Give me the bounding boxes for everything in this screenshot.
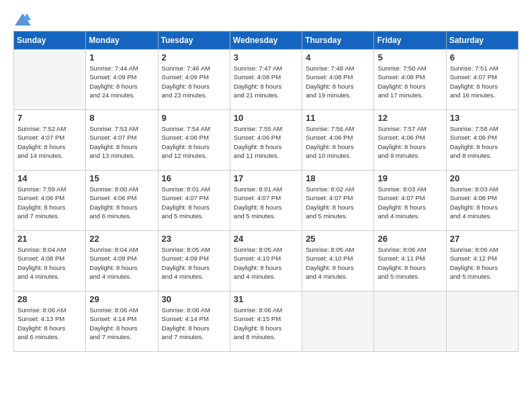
day-info: Sunrise: 8:06 AM Sunset: 4:14 PM Dayligh…	[162, 306, 226, 341]
weekday-header: Tuesday	[158, 32, 230, 50]
calendar-cell: 9Sunrise: 7:54 AM Sunset: 4:06 PM Daylig…	[158, 110, 230, 171]
weekday-header: Thursday	[302, 32, 374, 50]
calendar-week-row: 14Sunrise: 7:59 AM Sunset: 4:06 PM Dayli…	[14, 171, 519, 231]
day-info: Sunrise: 7:58 AM Sunset: 4:06 PM Dayligh…	[450, 124, 515, 160]
day-number: 19	[378, 173, 442, 183]
calendar-week-row: 21Sunrise: 8:04 AM Sunset: 4:08 PM Dayli…	[14, 231, 519, 291]
day-info: Sunrise: 7:47 AM Sunset: 4:08 PM Dayligh…	[234, 64, 298, 99]
weekday-header: Monday	[86, 32, 158, 50]
calendar-week-row: 1Sunrise: 7:44 AM Sunset: 4:09 PM Daylig…	[14, 50, 519, 110]
day-info: Sunrise: 7:53 AM Sunset: 4:07 PM Dayligh…	[89, 124, 154, 160]
calendar-cell: 24Sunrise: 8:05 AM Sunset: 4:10 PM Dayli…	[230, 231, 302, 291]
calendar-cell: 16Sunrise: 8:01 AM Sunset: 4:07 PM Dayli…	[158, 171, 230, 231]
day-number: 9	[162, 113, 226, 123]
day-number: 11	[306, 113, 370, 123]
day-info: Sunrise: 8:05 AM Sunset: 4:10 PM Dayligh…	[306, 245, 370, 281]
day-number: 15	[89, 173, 154, 183]
day-number: 22	[89, 234, 154, 244]
day-info: Sunrise: 8:06 AM Sunset: 4:13 PM Dayligh…	[17, 306, 82, 341]
day-info: Sunrise: 8:00 AM Sunset: 4:06 PM Dayligh…	[89, 185, 154, 220]
calendar-cell: 18Sunrise: 8:02 AM Sunset: 4:07 PM Dayli…	[302, 171, 374, 231]
calendar-cell: 26Sunrise: 8:06 AM Sunset: 4:11 PM Dayli…	[374, 231, 446, 291]
calendar-cell: 17Sunrise: 8:01 AM Sunset: 4:07 PM Dayli…	[230, 171, 302, 231]
calendar-cell	[14, 50, 86, 110]
calendar-cell: 31Sunrise: 8:06 AM Sunset: 4:15 PM Dayli…	[230, 291, 302, 352]
calendar-cell: 14Sunrise: 7:59 AM Sunset: 4:06 PM Dayli…	[14, 171, 86, 231]
day-info: Sunrise: 8:01 AM Sunset: 4:07 PM Dayligh…	[162, 185, 226, 220]
day-number: 21	[17, 234, 82, 244]
day-info: Sunrise: 7:46 AM Sunset: 4:09 PM Dayligh…	[162, 64, 226, 99]
day-number: 25	[306, 234, 370, 244]
day-number: 3	[234, 52, 298, 62]
day-info: Sunrise: 8:01 AM Sunset: 4:07 PM Dayligh…	[234, 185, 298, 220]
calendar-cell: 23Sunrise: 8:05 AM Sunset: 4:09 PM Dayli…	[158, 231, 230, 291]
calendar-cell: 3Sunrise: 7:47 AM Sunset: 4:08 PM Daylig…	[230, 50, 302, 110]
calendar-cell: 12Sunrise: 7:57 AM Sunset: 4:06 PM Dayli…	[374, 110, 446, 171]
day-number: 6	[450, 52, 515, 62]
day-info: Sunrise: 7:48 AM Sunset: 4:08 PM Dayligh…	[306, 64, 370, 99]
day-number: 18	[306, 173, 370, 183]
day-number: 14	[17, 173, 82, 183]
day-info: Sunrise: 7:51 AM Sunset: 4:07 PM Dayligh…	[450, 64, 515, 99]
calendar-cell: 10Sunrise: 7:55 AM Sunset: 4:06 PM Dayli…	[230, 110, 302, 171]
day-info: Sunrise: 8:03 AM Sunset: 4:08 PM Dayligh…	[450, 185, 515, 220]
day-number: 20	[450, 173, 515, 183]
calendar-cell	[446, 291, 518, 352]
calendar-cell: 27Sunrise: 8:06 AM Sunset: 4:12 PM Dayli…	[446, 231, 518, 291]
day-info: Sunrise: 8:03 AM Sunset: 4:07 PM Dayligh…	[378, 185, 442, 220]
weekday-header: Sunday	[14, 32, 86, 50]
day-info: Sunrise: 7:55 AM Sunset: 4:06 PM Dayligh…	[234, 124, 298, 160]
calendar-cell: 2Sunrise: 7:46 AM Sunset: 4:09 PM Daylig…	[158, 50, 230, 110]
calendar-cell: 20Sunrise: 8:03 AM Sunset: 4:08 PM Dayli…	[446, 171, 518, 231]
calendar-table: SundayMondayTuesdayWednesdayThursdayFrid…	[13, 31, 519, 352]
day-number: 17	[234, 173, 298, 183]
weekday-header: Saturday	[446, 32, 518, 50]
day-number: 5	[378, 52, 442, 62]
day-info: Sunrise: 8:06 AM Sunset: 4:15 PM Dayligh…	[234, 306, 298, 341]
day-number: 2	[162, 52, 226, 62]
day-number: 24	[234, 234, 298, 244]
calendar-cell: 19Sunrise: 8:03 AM Sunset: 4:07 PM Dayli…	[374, 171, 446, 231]
day-number: 30	[162, 294, 226, 304]
day-info: Sunrise: 8:04 AM Sunset: 4:09 PM Dayligh…	[89, 245, 154, 281]
calendar-cell: 4Sunrise: 7:48 AM Sunset: 4:08 PM Daylig…	[302, 50, 374, 110]
day-number: 1	[89, 52, 154, 62]
calendar-cell: 7Sunrise: 7:52 AM Sunset: 4:07 PM Daylig…	[14, 110, 86, 171]
calendar-cell	[374, 291, 446, 352]
day-info: Sunrise: 7:59 AM Sunset: 4:06 PM Dayligh…	[17, 185, 82, 220]
day-info: Sunrise: 7:54 AM Sunset: 4:06 PM Dayligh…	[162, 124, 226, 160]
calendar-cell: 29Sunrise: 8:06 AM Sunset: 4:14 PM Dayli…	[86, 291, 158, 352]
day-info: Sunrise: 8:06 AM Sunset: 4:12 PM Dayligh…	[450, 245, 515, 281]
calendar-cell	[302, 291, 374, 352]
day-number: 26	[378, 234, 442, 244]
day-info: Sunrise: 8:06 AM Sunset: 4:14 PM Dayligh…	[89, 306, 154, 341]
weekday-row: SundayMondayTuesdayWednesdayThursdayFrid…	[14, 32, 519, 50]
calendar-cell: 13Sunrise: 7:58 AM Sunset: 4:06 PM Dayli…	[446, 110, 518, 171]
day-number: 31	[234, 294, 298, 304]
day-number: 7	[17, 113, 82, 123]
calendar-cell: 30Sunrise: 8:06 AM Sunset: 4:14 PM Dayli…	[158, 291, 230, 352]
calendar-cell: 21Sunrise: 8:04 AM Sunset: 4:08 PM Dayli…	[14, 231, 86, 291]
day-number: 12	[378, 113, 442, 123]
day-number: 16	[162, 173, 226, 183]
calendar-week-row: 28Sunrise: 8:06 AM Sunset: 4:13 PM Dayli…	[14, 291, 519, 352]
day-info: Sunrise: 8:02 AM Sunset: 4:07 PM Dayligh…	[306, 185, 370, 220]
logo-icon	[15, 13, 31, 26]
day-info: Sunrise: 8:06 AM Sunset: 4:11 PM Dayligh…	[378, 245, 442, 281]
day-number: 29	[89, 294, 154, 304]
calendar-cell: 5Sunrise: 7:50 AM Sunset: 4:08 PM Daylig…	[374, 50, 446, 110]
day-number: 13	[450, 113, 515, 123]
calendar-cell: 15Sunrise: 8:00 AM Sunset: 4:06 PM Dayli…	[86, 171, 158, 231]
calendar-cell: 25Sunrise: 8:05 AM Sunset: 4:10 PM Dayli…	[302, 231, 374, 291]
calendar-week-row: 7Sunrise: 7:52 AM Sunset: 4:07 PM Daylig…	[14, 110, 519, 171]
calendar-cell: 8Sunrise: 7:53 AM Sunset: 4:07 PM Daylig…	[86, 110, 158, 171]
day-info: Sunrise: 7:44 AM Sunset: 4:09 PM Dayligh…	[89, 64, 154, 99]
calendar-header: SundayMondayTuesdayWednesdayThursdayFrid…	[14, 32, 519, 50]
calendar-cell: 22Sunrise: 8:04 AM Sunset: 4:09 PM Dayli…	[86, 231, 158, 291]
day-number: 4	[306, 52, 370, 62]
calendar-cell: 11Sunrise: 7:56 AM Sunset: 4:06 PM Dayli…	[302, 110, 374, 171]
day-info: Sunrise: 7:50 AM Sunset: 4:08 PM Dayligh…	[378, 64, 442, 99]
day-info: Sunrise: 7:57 AM Sunset: 4:06 PM Dayligh…	[378, 124, 442, 160]
calendar-cell: 28Sunrise: 8:06 AM Sunset: 4:13 PM Dayli…	[14, 291, 86, 352]
day-info: Sunrise: 7:56 AM Sunset: 4:06 PM Dayligh…	[306, 124, 370, 160]
